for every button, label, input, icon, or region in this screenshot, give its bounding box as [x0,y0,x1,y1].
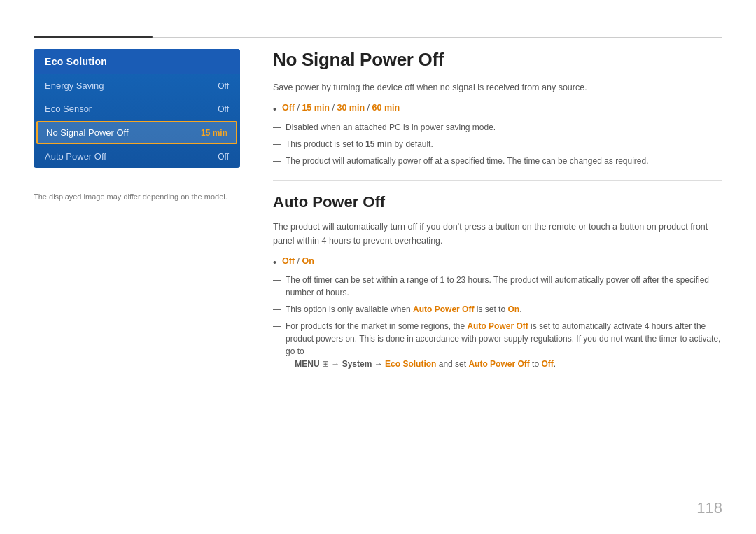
right-content: No Signal Power Off Save power by turnin… [273,49,722,374]
dash2-ap-bold2: On [507,304,519,314]
page-number: 118 [696,499,722,517]
top-bar [34,36,722,38]
no-signal-dash2: — This product is set to 15 min by defau… [273,138,722,150]
top-bar-line [153,37,722,38]
auto-power-dash1-text: The off timer can be set within a range … [286,274,722,299]
dash2-prefix: This product is set to [286,139,365,149]
dash3-ap-prefix: For products for the market in some regi… [286,321,467,331]
menu-item-no-signal[interactable]: No Signal Power Off 15 min [36,121,237,144]
system-text: System [342,359,372,369]
menu-value-eco-sensor: Off [218,104,229,114]
auto-power-on: On [302,256,314,266]
no-signal-30min: 30 min [337,103,365,113]
auto-power-dash1: — The off timer can be set within a rang… [273,274,722,299]
bullet-dot-2: • [273,256,276,270]
dash2-ap-bold: Auto Power Off [413,304,474,314]
eco-solution-title: Eco Solution [34,49,240,74]
dash-char-1: — [273,121,281,134]
no-signal-dash3: — The product will automatically power o… [273,155,722,167]
no-signal-dash2-text: This product is set to 15 min by default… [286,138,433,150]
auto-power-dash3-text: For products for the market in some regi… [286,320,722,370]
menu-label-eco-sensor: Eco Sensor [45,104,92,114]
no-signal-bullet-text: Off / 15 min / 30 min / 60 min [282,103,400,113]
off-text: Off [541,359,553,369]
auto-power-off-text: Auto Power Off [468,359,529,369]
auto-power-dash2: — This option is only available when Aut… [273,303,722,316]
eco-solution-box: Eco Solution Energy Saving Off Eco Senso… [34,49,240,168]
dash2-suffix: by default. [392,139,433,149]
auto-power-off: Off [282,256,295,266]
dash-char-6: — [273,320,281,332]
auto-power-intro: The product will automatically turn off … [273,220,722,248]
dash2-ap-prefix: This option is only available when [286,304,413,314]
no-signal-off: Off [282,103,295,113]
menu-label-auto-power: Auto Power Off [45,151,106,162]
eco-solution-text: Eco Solution [385,359,436,369]
section-divider [273,180,722,181]
menu-icon: ⊞ [322,359,329,369]
dash-char-4: — [273,274,281,286]
dash-char-3: — [273,155,281,167]
no-signal-15min: 15 min [302,103,330,113]
top-bar-accent [34,36,153,38]
auto-power-bullet: • Off / On [273,256,722,270]
dash3-ap-bold: Auto Power Off [467,321,528,331]
menu-item-energy-saving[interactable]: Energy Saving Off [34,74,240,97]
no-signal-dash3-text: The product will automatically power off… [286,155,649,167]
no-signal-intro: Save power by turning the device off whe… [273,80,722,94]
auto-power-bullet-text: Off / On [282,256,314,266]
left-panel: Eco Solution Energy Saving Off Eco Senso… [34,49,240,201]
menu-value-auto-power: Off [218,152,229,162]
menu-text: MENU [295,359,322,369]
menu-item-eco-sensor[interactable]: Eco Sensor Off [34,97,240,120]
left-divider [34,185,146,185]
menu-value-no-signal: 15 min [201,128,227,138]
dash-char-5: — [273,303,281,316]
no-signal-dash1: — Disabled when an attached PC is in pow… [273,121,722,134]
no-signal-sep3: / [368,103,372,113]
menu-value-energy-saving: Off [218,81,229,91]
no-signal-dash1-text: Disabled when an attached PC is in power… [286,121,496,134]
auto-power-dash3: — For products for the market in some re… [273,320,722,370]
no-signal-60min: 60 min [372,103,400,113]
dash-char-2: — [273,138,281,150]
no-signal-title: No Signal Power Off [273,49,722,71]
dash2-ap-mid: is set to [474,304,507,314]
menu-label-energy-saving: Energy Saving [45,80,104,91]
dash2-bold: 15 min [365,139,392,149]
no-signal-bullet: • Off / 15 min / 30 min / 60 min [273,103,722,117]
auto-power-title: Auto Power Off [273,193,722,211]
auto-power-dash2-text: This option is only available when Auto … [286,303,522,316]
bullet-dot-1: • [273,103,276,117]
footnote: The displayed image may differ depending… [34,192,240,201]
menu-item-auto-power[interactable]: Auto Power Off Off [34,145,240,168]
dash2-ap-suffix: . [519,304,522,314]
menu-label-no-signal: No Signal Power Off [46,127,129,138]
